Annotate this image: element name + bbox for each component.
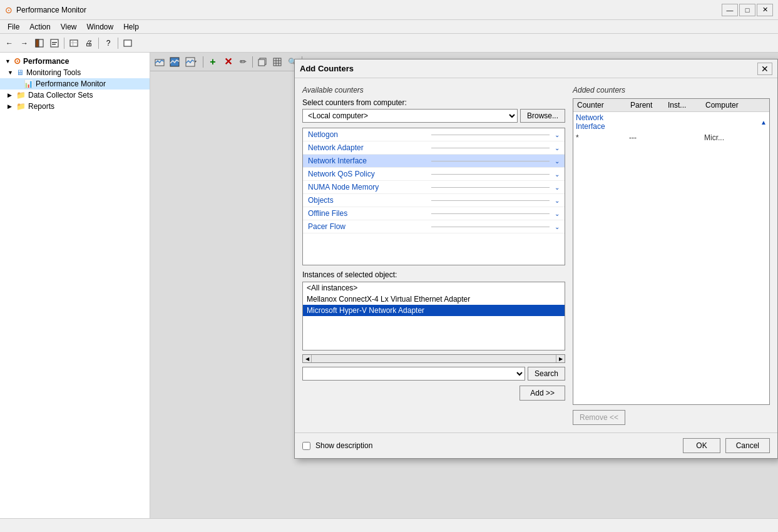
- menu-file[interactable]: File: [3, 20, 24, 33]
- window-title: Performance Monitor: [16, 6, 722, 14]
- menu-action[interactable]: Action: [24, 20, 55, 33]
- search-row: Search: [302, 367, 565, 381]
- counter-item-objects[interactable]: Objects ⌄: [303, 194, 565, 207]
- computer-dropdown[interactable]: <Local computer>: [302, 109, 518, 123]
- computer-value: Micr...: [704, 133, 754, 142]
- counter-item-offline-files[interactable]: Offline Files ⌄: [303, 207, 565, 220]
- horizontal-scrollbar[interactable]: ◀ ▶: [302, 354, 565, 363]
- print-button[interactable]: 🖨: [82, 36, 96, 50]
- counter-item-network-adapter[interactable]: Network Adapter ⌄: [303, 141, 565, 155]
- add-button-row: Add >>: [302, 386, 565, 401]
- counter-item-numa[interactable]: NUMA Node Memory ⌄: [303, 181, 565, 194]
- counter-item-network-qos[interactable]: Network QoS Policy ⌄: [303, 168, 565, 181]
- search-input[interactable]: [302, 367, 525, 381]
- dialog-body: Available counters Select counters from …: [295, 78, 777, 432]
- perf-mon-icon: 📊: [24, 79, 33, 88]
- monitoring-icon: 🖥: [16, 68, 24, 77]
- forward-button[interactable]: →: [18, 36, 31, 50]
- help-button[interactable]: ?: [101, 36, 115, 50]
- properties-button[interactable]: [48, 36, 61, 50]
- ok-button[interactable]: OK: [683, 438, 720, 453]
- expand-icon: ▶: [8, 103, 14, 110]
- header-counter: Counter: [576, 100, 629, 110]
- dialog-overlay: Add Counters ✕ Available counters Select…: [150, 53, 778, 518]
- left-panel: Available counters Select counters from …: [302, 86, 565, 425]
- show-hide-button[interactable]: [33, 36, 46, 50]
- cancel-button[interactable]: Cancel: [725, 438, 770, 453]
- counter-item-netlogon[interactable]: Netlogon ⌄: [303, 128, 565, 141]
- counter-value: *: [576, 133, 629, 142]
- chevron-down-icon: ⌄: [555, 131, 560, 138]
- search-button[interactable]: Search: [528, 367, 565, 381]
- menu-bar: File Action View Window Help: [0, 20, 778, 34]
- extra-button[interactable]: [121, 36, 135, 50]
- counter-item-pacer-flow[interactable]: Pacer Flow ⌄: [303, 220, 565, 233]
- svg-rect-8: [124, 40, 131, 46]
- close-button[interactable]: ✕: [757, 4, 773, 16]
- maximize-button[interactable]: □: [739, 4, 755, 16]
- chevron-down-icon: ⌄: [555, 171, 560, 178]
- counter-item-network-interface[interactable]: Network Interface ⌄: [303, 155, 565, 168]
- title-bar: ⊙ Performance Monitor — □ ✕: [0, 0, 778, 20]
- sidebar-item-monitoring-tools[interactable]: ▼ 🖥 Monitoring Tools: [0, 67, 150, 78]
- expand-icon: ▼: [8, 69, 14, 76]
- svg-rect-3: [52, 42, 57, 43]
- sidebar-item-reports[interactable]: ▶ 📁 Reports: [0, 101, 150, 112]
- sidebar-item-label: Performance Monitor: [36, 79, 106, 88]
- scroll-track: [312, 354, 556, 363]
- browse-button[interactable]: Browse...: [520, 109, 565, 123]
- chevron-down-icon: ⌄: [555, 210, 560, 217]
- minimize-button[interactable]: —: [722, 4, 738, 16]
- instance-hyperv[interactable]: Microsoft Hyper-V Network Adapter: [303, 305, 565, 316]
- added-counters-header: Counter Parent Inst... Computer: [573, 99, 769, 112]
- sidebar-item-performance[interactable]: ▼ ⊙ Performance: [0, 55, 150, 67]
- back-button[interactable]: ←: [3, 36, 16, 50]
- reports-icon: 📁: [16, 102, 26, 111]
- header-computer: Computer: [704, 100, 754, 110]
- chevron-down-icon: ⌄: [555, 184, 560, 191]
- added-counter-row[interactable]: * --- Micr...: [573, 132, 769, 143]
- header-scroll: [754, 100, 767, 110]
- available-counters-title: Available counters: [302, 86, 565, 95]
- menu-window[interactable]: Window: [82, 20, 119, 33]
- expand-icon: ▼: [5, 58, 11, 64]
- expand-icon: ▶: [8, 92, 14, 98]
- instances-list[interactable]: <All instances> Mellanox ConnectX-4 Lx V…: [302, 282, 565, 350]
- sidebar-item-label: Performance: [23, 57, 69, 66]
- menu-help[interactable]: Help: [118, 20, 144, 33]
- instance-all[interactable]: <All instances>: [303, 282, 565, 294]
- show-description-checkbox[interactable]: [302, 442, 310, 450]
- sidebar-item-label: Data Collector Sets: [28, 91, 93, 100]
- dialog-close-button[interactable]: ✕: [757, 63, 772, 75]
- chevron-down-icon: ⌄: [555, 158, 560, 165]
- select-computer-label: Select counters from computer:: [302, 98, 565, 107]
- sidebar-item-data-collector-sets[interactable]: ▶ 📁 Data Collector Sets: [0, 90, 150, 101]
- instance-mellanox[interactable]: Mellanox ConnectX-4 Lx Virtual Ethernet …: [303, 294, 565, 305]
- sidebar-item-performance-monitor[interactable]: ▶ 📊 Performance Monitor: [0, 78, 150, 90]
- content-area: + ✕ ✏ 🔍 ⏸ ⏭ Add Counters ✕: [150, 53, 778, 518]
- header-inst: Inst...: [667, 100, 704, 110]
- chevron-down-icon: ⌄: [555, 197, 560, 204]
- dialog-titlebar: Add Counters ✕: [295, 59, 777, 78]
- folder-icon: 📁: [16, 91, 26, 100]
- menu-view[interactable]: View: [56, 20, 82, 33]
- remove-counter-button[interactable]: Remove <<: [573, 410, 625, 425]
- counters-list[interactable]: Netlogon ⌄ Network Adapter ⌄ Network Int…: [302, 128, 565, 265]
- header-parent: Parent: [629, 100, 667, 110]
- add-counter-button[interactable]: Add >>: [520, 386, 565, 401]
- added-counter-group[interactable]: Network Interface ▲: [573, 112, 769, 132]
- separator-2: [98, 38, 99, 49]
- scroll-right-button[interactable]: ▶: [556, 354, 565, 363]
- chevron-down-icon: ⌄: [555, 223, 560, 230]
- svg-rect-4: [52, 44, 56, 45]
- svg-rect-6: [70, 43, 78, 43]
- list-view-button[interactable]: [67, 36, 81, 50]
- scroll-up-icon[interactable]: ▲: [760, 119, 767, 126]
- dialog-footer: Show description OK Cancel: [295, 432, 777, 458]
- added-counters-box: Counter Parent Inst... Computer Network …: [573, 98, 770, 405]
- scroll-left-button[interactable]: ◀: [303, 354, 312, 363]
- app-icon: ⊙: [5, 5, 13, 15]
- dialog-title: Add Counters: [300, 64, 757, 73]
- show-description-label: Show description: [315, 441, 372, 450]
- sidebar-item-label: Reports: [28, 102, 54, 111]
